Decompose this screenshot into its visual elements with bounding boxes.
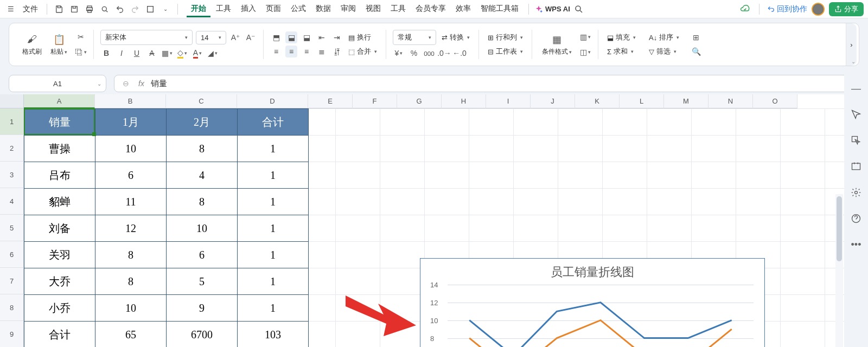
hamburger-icon[interactable]: ☰ bbox=[4, 3, 17, 16]
tab-公式[interactable]: 公式 bbox=[286, 1, 310, 17]
cell[interactable]: 1 bbox=[238, 295, 309, 322]
cond-format-button[interactable]: ▦条件格式▾ bbox=[539, 32, 575, 57]
rail-select-icon[interactable] bbox=[849, 133, 863, 147]
filter-button[interactable]: ▽ 筛选▾ bbox=[647, 46, 681, 57]
tab-视图[interactable]: 视图 bbox=[361, 1, 385, 17]
strike-icon[interactable]: A bbox=[146, 47, 158, 59]
cell[interactable]: 65 bbox=[95, 322, 167, 348]
cell[interactable]: 关羽 bbox=[24, 242, 95, 268]
col-head-F[interactable]: F bbox=[353, 94, 397, 108]
align-bottom-icon[interactable]: ⬓ bbox=[301, 31, 312, 43]
cell[interactable]: 吕布 bbox=[24, 162, 95, 189]
tab-工具[interactable]: 工具 bbox=[386, 1, 410, 17]
percent-icon[interactable]: % bbox=[408, 47, 420, 59]
table-header[interactable]: 1月 bbox=[95, 109, 167, 136]
tab-效率[interactable]: 效率 bbox=[451, 1, 475, 17]
align-left-icon[interactable]: ≡ bbox=[270, 46, 282, 57]
rail-settings-icon[interactable] bbox=[849, 185, 863, 200]
cell[interactable]: 4 bbox=[167, 162, 238, 189]
row-head-8[interactable]: 8 bbox=[0, 294, 24, 321]
cell[interactable]: 10 bbox=[95, 295, 167, 322]
col-head-A[interactable]: A bbox=[24, 94, 95, 108]
rail-collapse-icon[interactable]: — bbox=[849, 81, 863, 95]
copy-icon[interactable]: ⿻▾ bbox=[75, 46, 87, 58]
row-head-9[interactable]: 9 bbox=[0, 321, 24, 347]
cell[interactable]: 小乔 bbox=[24, 295, 95, 322]
tab-审阅[interactable]: 审阅 bbox=[336, 1, 360, 17]
rail-help-icon[interactable] bbox=[849, 211, 863, 226]
row-head-4[interactable]: 4 bbox=[0, 188, 24, 215]
fill-color-icon[interactable]: ◇▾ bbox=[176, 47, 188, 59]
redo-icon[interactable] bbox=[129, 3, 142, 16]
font-size-select[interactable]: 14▾ bbox=[196, 31, 226, 44]
tab-智能工具箱[interactable]: 智能工具箱 bbox=[476, 1, 523, 17]
currency-icon[interactable]: ¥▾ bbox=[393, 47, 405, 59]
underline-icon[interactable]: U bbox=[131, 47, 143, 59]
cell[interactable]: 曹操 bbox=[24, 136, 95, 162]
cell[interactable]: 6 bbox=[95, 162, 167, 189]
cell[interactable]: 8 bbox=[95, 268, 167, 295]
tab-会员专享[interactable]: 会员专享 bbox=[411, 1, 450, 17]
ribbon-collapse-icon[interactable]: ⌄ bbox=[851, 59, 856, 65]
table-style-icon[interactable]: ▥▾ bbox=[579, 31, 591, 43]
freeze-icon[interactable]: ⊞ bbox=[690, 31, 702, 43]
wps-ai-button[interactable]: WPS AI bbox=[534, 5, 570, 14]
col-head-N[interactable]: N bbox=[709, 94, 753, 108]
row-head-6[interactable]: 6 bbox=[0, 241, 24, 268]
cell[interactable]: 貂蝉 bbox=[24, 189, 95, 215]
cell[interactable]: 大乔 bbox=[24, 268, 95, 295]
user-avatar[interactable] bbox=[812, 3, 825, 16]
row-head-5[interactable]: 5 bbox=[0, 215, 24, 241]
cell[interactable]: 8 bbox=[95, 242, 167, 268]
cell[interactable]: 1 bbox=[238, 268, 309, 295]
vertical-scrollbar[interactable] bbox=[835, 194, 843, 347]
cell[interactable]: 5 bbox=[167, 268, 238, 295]
cell[interactable]: 合计 bbox=[24, 322, 95, 348]
cell[interactable]: 8 bbox=[167, 189, 238, 215]
increase-font-icon[interactable]: A⁺ bbox=[229, 31, 241, 43]
table-header[interactable]: 销量 bbox=[24, 109, 95, 136]
fx-icon[interactable]: fx bbox=[138, 79, 144, 88]
cell[interactable]: 103 bbox=[238, 322, 309, 348]
embedded-chart[interactable]: 员工销量折线图 02468101214 曹操吕布貂蝉刘备关羽大乔小乔 1月2月 bbox=[420, 258, 765, 347]
col-head-H[interactable]: H bbox=[442, 94, 486, 108]
row-head-7[interactable]: 7 bbox=[0, 268, 24, 294]
table-header[interactable]: 合计 bbox=[238, 109, 309, 136]
tab-开始[interactable]: 开始 bbox=[187, 1, 210, 17]
find-icon[interactable]: 🔍 bbox=[690, 46, 702, 57]
cell[interactable]: 10 bbox=[95, 136, 167, 162]
col-head-E[interactable]: E bbox=[308, 94, 353, 108]
col-head-M[interactable]: M bbox=[664, 94, 709, 108]
cell-style-icon[interactable]: ◫▾ bbox=[579, 46, 591, 58]
toolbar-more-icon[interactable]: ⌄ bbox=[159, 3, 172, 16]
align-middle-icon[interactable]: ⬓ bbox=[285, 31, 297, 43]
italic-icon[interactable]: I bbox=[116, 47, 127, 59]
row-head-1[interactable]: 1 bbox=[0, 108, 24, 135]
print-icon[interactable] bbox=[83, 3, 96, 16]
border-icon[interactable]: ▦▾ bbox=[161, 47, 173, 59]
align-center-icon[interactable]: ≡ bbox=[285, 46, 297, 57]
bold-icon[interactable]: B bbox=[100, 47, 112, 59]
cut-icon[interactable]: ✂ bbox=[75, 31, 87, 43]
share-button[interactable]: 分享 bbox=[829, 2, 864, 16]
col-head-B[interactable]: B bbox=[95, 94, 166, 108]
col-head-K[interactable]: K bbox=[575, 94, 620, 108]
cell[interactable]: 11 bbox=[95, 189, 167, 215]
row-head-3[interactable]: 3 bbox=[0, 162, 24, 188]
cloud-sync-icon[interactable] bbox=[738, 3, 751, 16]
col-head-J[interactable]: J bbox=[531, 94, 575, 108]
cancel-formula-icon[interactable]: ⊖ bbox=[120, 78, 132, 89]
back-to-collab[interactable]: 回到协作 bbox=[767, 4, 807, 14]
increase-indent-icon[interactable]: ⇥ bbox=[331, 31, 343, 43]
rail-more-icon[interactable]: ••• bbox=[849, 237, 863, 252]
col-head-G[interactable]: G bbox=[397, 94, 442, 108]
cell[interactable]: 6700 bbox=[167, 322, 238, 348]
search-icon[interactable] bbox=[572, 3, 585, 16]
col-head-L[interactable]: L bbox=[620, 94, 664, 108]
cell[interactable]: 1 bbox=[238, 136, 309, 162]
tab-工具[interactable]: 工具 bbox=[212, 1, 235, 17]
toolbar-dropdown-icon[interactable] bbox=[144, 3, 157, 16]
font-family-select[interactable]: 新宋体▾ bbox=[100, 30, 193, 45]
font-color-icon[interactable]: A▾ bbox=[192, 47, 203, 59]
number-format-select[interactable]: 常规▾ bbox=[393, 30, 436, 45]
